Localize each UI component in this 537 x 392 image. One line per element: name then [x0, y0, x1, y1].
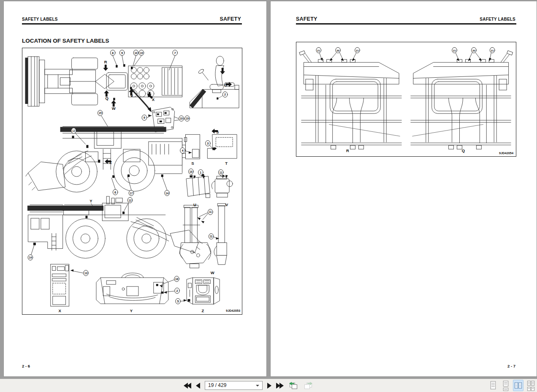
single-page-layout-icon — [488, 380, 498, 391]
svg-text:15: 15 — [99, 112, 102, 114]
svg-text:9: 9 — [121, 51, 123, 55]
svg-text:11: 11 — [220, 171, 222, 174]
page-number-combobox[interactable]: 19 / 429 — [205, 381, 263, 390]
next-page-icon — [267, 383, 271, 389]
figure-location-of-safety-labels: 8910197215910191243617141611112111114131… — [22, 48, 242, 315]
svg-text:5: 5 — [177, 299, 179, 303]
svg-text:6: 6 — [114, 191, 116, 194]
running-header-right: SAFETY — [220, 16, 241, 22]
svg-text:3: 3 — [207, 142, 209, 145]
figure-code: 9JD42053 — [226, 309, 240, 313]
svg-text:Z: Z — [109, 160, 112, 165]
chevron-down-icon — [256, 385, 259, 387]
page-layout-group — [488, 379, 536, 392]
first-page-button[interactable] — [184, 379, 191, 392]
running-header-left: SAFETY LABELS — [22, 17, 58, 22]
cab-views-diagram: 212021212021 RQ 9JD42054 — [296, 42, 516, 156]
page-number: 2 - 6 — [22, 364, 30, 368]
leader-arrowheads — [320, 58, 491, 62]
svg-text:X: X — [152, 97, 155, 102]
svg-text:21: 21 — [356, 49, 359, 52]
detail-y — [96, 273, 168, 304]
svg-text:S: S — [216, 130, 219, 134]
loader-side-view-left-facing — [26, 126, 186, 192]
svg-text:9: 9 — [144, 116, 145, 120]
section-title: LOCATION OF SAFETY LABELS — [22, 38, 109, 44]
svg-text:Z: Z — [201, 308, 204, 313]
previous-page-button[interactable] — [196, 379, 200, 392]
svg-text:18: 18 — [175, 278, 178, 280]
svg-text:19: 19 — [140, 52, 143, 54]
svg-text:W: W — [112, 106, 116, 111]
detail-s — [184, 134, 200, 159]
cab-view-r — [299, 51, 401, 149]
svg-text:21: 21 — [317, 49, 320, 52]
leader-lines — [31, 56, 225, 301]
page-right: SAFETY SAFETY LABELS — [270, 1, 537, 377]
figure-code: 9JD42054 — [499, 151, 514, 155]
next-page-button[interactable] — [267, 379, 271, 392]
svg-text:8: 8 — [112, 51, 114, 55]
facing-pages-layout-button[interactable] — [513, 380, 523, 391]
continuous-layout-button[interactable] — [500, 380, 511, 391]
svg-text:17: 17 — [130, 192, 133, 195]
continuous-layout-icon — [501, 380, 510, 391]
previous-page-icon — [196, 383, 200, 389]
svg-text:W: W — [211, 270, 214, 275]
cab-view-q — [411, 51, 513, 149]
svg-text:10: 10 — [134, 52, 137, 54]
svg-text:U: U — [193, 202, 196, 207]
running-header-left: SAFETY — [296, 16, 317, 22]
wheel-loader-safety-label-diagram: 8910197215910191243617141611112111114131… — [22, 48, 242, 314]
svg-text:R: R — [346, 148, 349, 153]
page-left: SAFETY LABELS SAFETY LOCATION OF SAFETY … — [3, 1, 267, 377]
svg-text:T: T — [221, 67, 224, 71]
svg-text:V: V — [130, 93, 133, 98]
single-page-layout-button[interactable] — [488, 380, 498, 391]
header-rule — [22, 23, 242, 24]
callout-layer: 212021212021 — [316, 47, 495, 53]
svg-text:7: 7 — [174, 51, 176, 55]
svg-text:19: 19 — [186, 117, 189, 120]
svg-text:12: 12 — [72, 129, 75, 132]
svg-text:20: 20 — [472, 49, 475, 52]
detail-x — [51, 264, 69, 306]
svg-text:20: 20 — [336, 49, 339, 52]
previous-view-button[interactable] — [288, 381, 298, 390]
svg-text:R: R — [104, 60, 107, 64]
detail-u — [187, 174, 210, 198]
svg-text:2: 2 — [176, 289, 178, 293]
svg-text:U: U — [224, 83, 227, 87]
page-navigation-group: 19 / 429 — [184, 379, 313, 392]
svg-text:Q: Q — [106, 96, 108, 101]
svg-text:10: 10 — [180, 117, 183, 120]
svg-text:T: T — [225, 161, 228, 166]
running-header-right: SAFETY LABELS — [480, 17, 515, 22]
book-view-layout-button[interactable] — [526, 380, 536, 391]
svg-text:Y: Y — [130, 308, 133, 313]
svg-text:21: 21 — [453, 49, 456, 52]
detail-v — [212, 176, 233, 197]
svg-text:14: 14 — [165, 192, 168, 195]
loader-side-view-right-facing — [28, 196, 202, 259]
svg-text:11: 11 — [209, 210, 212, 213]
facing-pages-layout-icon — [513, 380, 523, 391]
last-page-button[interactable] — [276, 379, 284, 392]
svg-text:Q: Q — [462, 148, 465, 153]
svg-text:V: V — [225, 202, 228, 207]
svg-text:13: 13 — [84, 272, 87, 275]
book-view-layout-icon — [526, 380, 536, 391]
previous-view-icon — [288, 381, 298, 390]
pdf-viewer-window: SAFETY LABELS SAFETY LOCATION OF SAFETY … — [0, 0, 537, 392]
svg-text:1: 1 — [200, 171, 201, 174]
detail-w — [180, 204, 227, 268]
svg-text:X: X — [59, 308, 62, 313]
next-view-button[interactable] — [303, 381, 313, 390]
svg-text:21: 21 — [491, 49, 494, 52]
next-view-icon — [303, 381, 313, 390]
figure-cab-safety-labels: 212021212021 RQ 9JD42054 — [296, 42, 516, 157]
page-number-value: 19 / 429 — [208, 382, 226, 388]
svg-text:14: 14 — [29, 256, 32, 259]
detail-z — [187, 278, 220, 304]
pdf-toolbar: 19 / 429 — [0, 379, 537, 392]
